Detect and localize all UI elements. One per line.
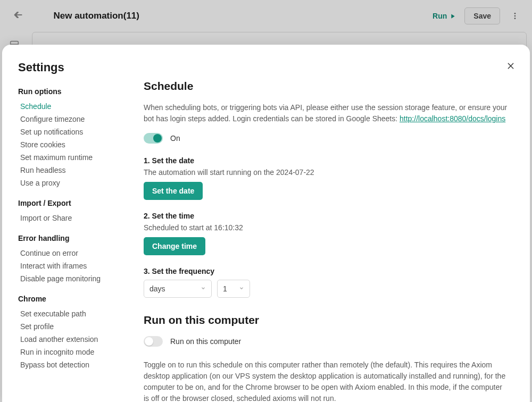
run-computer-desc: Toggle on to run this schedule on this c… <box>144 359 509 402</box>
sidebar-item-configure-timezone[interactable]: Configure timezone <box>18 113 142 125</box>
step1-title: 1. Set the date <box>144 156 509 165</box>
sidebar-item-bypass-detection[interactable]: Bypass bot detection <box>18 358 142 371</box>
sidebar-item-run-headless[interactable]: Run headless <box>18 164 142 177</box>
run-computer-title: Run on this computer <box>144 314 509 326</box>
step1-desc: The automation will start running on the… <box>144 168 509 177</box>
nav-section-chrome: Chrome <box>18 295 142 303</box>
chevron-down-icon <box>201 286 206 292</box>
chevron-down-icon <box>239 286 244 292</box>
nav-section-error-handling: Error handling <box>18 234 142 242</box>
run-computer-toggle[interactable] <box>144 336 163 347</box>
settings-title: Settings <box>18 61 142 74</box>
sidebar-item-import-share[interactable]: Import or Share <box>18 212 142 224</box>
nav-section-import-export: Import / Export <box>18 199 142 207</box>
settings-modal: Settings Run options Schedule Configure … <box>2 45 530 402</box>
sidebar-item-interact-iframes[interactable]: Interact with iframes <box>18 259 142 272</box>
sidebar-item-schedule[interactable]: Schedule <box>18 100 142 113</box>
step3-title: 3. Set the frequency <box>144 267 509 275</box>
sidebar-item-use-proxy[interactable]: Use a proxy <box>18 177 142 189</box>
sidebar-item-notifications[interactable]: Set up notifications <box>18 125 142 138</box>
schedule-description: When scheduling bots, or triggering bots… <box>144 102 509 124</box>
close-icon[interactable] <box>504 60 517 72</box>
settings-sidebar: Settings Run options Schedule Configure … <box>18 61 142 386</box>
change-time-button[interactable]: Change time <box>144 237 205 255</box>
schedule-toggle-label: On <box>170 134 180 143</box>
settings-main: Schedule When scheduling bots, or trigge… <box>142 61 509 386</box>
step2-title: 2. Set the time <box>144 212 509 220</box>
schedule-toggle[interactable] <box>144 133 163 144</box>
sidebar-item-store-cookies[interactable]: Store cookies <box>18 138 142 151</box>
sidebar-item-executable-path[interactable]: Set executable path <box>18 307 142 320</box>
sidebar-item-incognito[interactable]: Run in incognito mode <box>18 346 142 358</box>
sidebar-item-set-profile[interactable]: Set profile <box>18 320 142 333</box>
frequency-unit-select[interactable]: days <box>144 280 212 298</box>
schedule-title: Schedule <box>144 80 509 93</box>
step2-desc: Scheduled to start at 16:10:32 <box>144 223 509 232</box>
sidebar-item-continue-on-error[interactable]: Continue on error <box>18 247 142 259</box>
set-date-button[interactable]: Set the date <box>144 182 203 200</box>
sidebar-item-disable-page-monitoring[interactable]: Disable page monitoring <box>18 272 142 285</box>
nav-section-run-options: Run options <box>18 87 142 96</box>
run-computer-toggle-label: Run on this computer <box>170 337 241 346</box>
frequency-value-select[interactable]: 1 <box>217 280 250 298</box>
frequency-value: 1 <box>223 284 227 293</box>
sidebar-item-max-runtime[interactable]: Set maximum runtime <box>18 151 142 164</box>
docs-logins-link[interactable]: http://localhost:8080/docs/logins <box>400 114 505 123</box>
frequency-unit-value: days <box>149 284 165 293</box>
sidebar-item-load-extension[interactable]: Load another extension <box>18 333 142 346</box>
